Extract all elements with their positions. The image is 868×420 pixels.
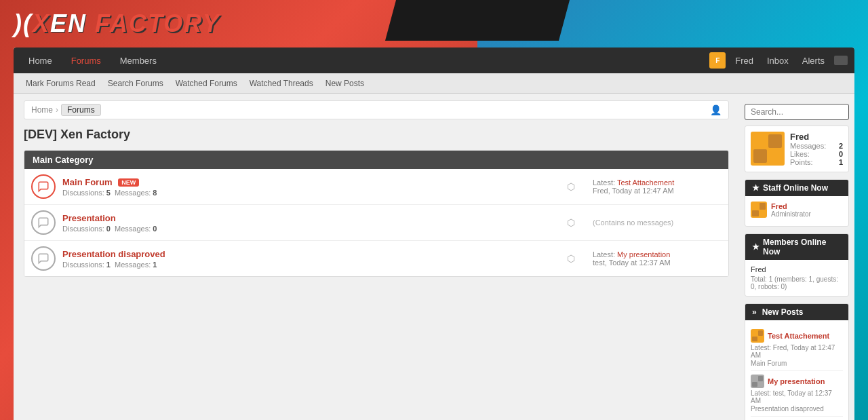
latest-time-disaproved: Today at 12:37 AM <box>609 259 671 267</box>
forum-info-main-forum: Main Forum NEW Discussions: 5 Messages: … <box>62 177 561 197</box>
top-nav-left: Home Forums Members <box>20 50 165 71</box>
user-name: Fred <box>790 132 843 142</box>
avatar-block <box>760 203 766 210</box>
breadcrumb-icon[interactable]: 👤 <box>710 104 722 115</box>
forum-stats-presentation: Discussions: 0 Messages: 0 <box>62 225 561 233</box>
logo-x: X <box>33 9 50 37</box>
chat-icon <box>37 252 50 265</box>
search-wrapper <box>745 100 849 126</box>
page-wrapper: )(Xen Factory Home Forums Members F Fred… <box>0 0 868 420</box>
forum-row: Presentation Discussions: 0 Messages: 0 … <box>24 205 728 241</box>
nav-camera-icon[interactable] <box>834 56 848 65</box>
ab <box>758 382 764 387</box>
post-meta: Latest: test, Today at 12:37 AM <box>751 389 843 404</box>
forum-category: Main Category Main Forum NEW <box>24 150 729 277</box>
forum-name-main-forum[interactable]: Main Forum <box>62 177 113 187</box>
nav-home[interactable]: Home <box>20 50 60 71</box>
sub-nav: Mark Forums Read Search Forums Watched F… <box>14 73 854 94</box>
breadcrumb-current: Forums <box>61 104 101 116</box>
post-title[interactable]: Test Attachement <box>768 332 829 340</box>
nav-members[interactable]: Members <box>112 50 165 71</box>
forum-name-disaproved[interactable]: Presentation disaproved <box>62 249 165 259</box>
latest-title-main-forum[interactable]: Test Attachement <box>617 178 674 187</box>
forum-icon-presentation <box>31 210 56 235</box>
messages-label: Messages: <box>790 142 826 150</box>
page-title: [DEV] Xen Factory <box>24 126 729 143</box>
forum-row: Main Forum NEW Discussions: 5 Messages: … <box>24 169 728 205</box>
user-details: Fred Messages: 2 Likes: 0 Points: <box>790 132 843 166</box>
user-stat-likes: Likes: 0 <box>790 150 843 158</box>
post-title[interactable]: My presentation <box>768 377 825 385</box>
staff-item: Fred Administrator <box>751 202 843 218</box>
points-value: 1 <box>839 158 843 166</box>
latest-title-disaproved[interactable]: My presentation <box>617 250 670 259</box>
forum-icon-disaproved <box>31 246 56 271</box>
redirect-icon-disaproved: ⬡ <box>567 253 580 264</box>
ab <box>758 337 764 342</box>
main-container: Home Forums Members F Fred Inbox Alerts … <box>14 47 854 420</box>
header: )(Xen Factory <box>0 0 868 47</box>
ab <box>752 376 757 381</box>
star-icon: ★ <box>752 242 760 252</box>
avatar-block <box>753 149 767 163</box>
content-area: Home › Forums 👤 [DEV] Xen Factory Main C… <box>14 94 854 420</box>
forum-name-presentation[interactable]: Presentation <box>62 213 116 223</box>
post-forum: Presentation disaproved <box>751 405 843 413</box>
staff-widget-title: Staff Online Now <box>763 183 828 193</box>
forum-info-disaproved: Presentation disaproved Discussions: 1 M… <box>62 249 561 269</box>
latest-user-main-forum: Fred <box>593 187 608 195</box>
breadcrumb: Home › Forums 👤 <box>24 100 729 119</box>
forum-stats-main-forum: Discussions: 5 Messages: 8 <box>62 189 561 197</box>
subnav-search-forums[interactable]: Search Forums <box>102 76 169 91</box>
subnav-new-posts[interactable]: New Posts <box>320 76 370 91</box>
logo-bracket: )( <box>14 9 33 37</box>
nav-forums[interactable]: Forums <box>63 50 109 71</box>
ab <box>758 330 764 336</box>
post-meta: Latest: Fred, Today at 12:47 AM <box>751 344 843 359</box>
nav-inbox[interactable]: Inbox <box>763 53 793 69</box>
subnav-mark-forums-read[interactable]: Mark Forums Read <box>20 76 101 91</box>
staff-widget: ★ Staff Online Now Fred <box>745 179 849 227</box>
latest-time-main-forum: Today at 12:47 AM <box>612 187 674 195</box>
staff-role: Administrator <box>771 210 811 218</box>
user-card: Fred Messages: 2 Likes: 0 Points: <box>745 126 849 172</box>
forum-latest-presentation: (Contains no messages) <box>586 218 722 227</box>
ab <box>752 382 757 387</box>
new-posts-header: New Posts <box>745 304 848 320</box>
logo-en: en <box>50 9 95 37</box>
search-input[interactable] <box>745 104 849 120</box>
new-post-header: Test Attachement <box>751 329 843 343</box>
avatar-block <box>752 203 759 210</box>
new-post-item: Test thread cover Latest: Fred, Yesterda… <box>751 417 843 420</box>
messages-count-disaproved: 1 <box>153 261 157 269</box>
avatar <box>751 132 785 166</box>
chat-icon <box>37 216 50 229</box>
logo: )(Xen Factory <box>14 9 220 38</box>
avatar-block <box>752 210 759 217</box>
members-widget-header: ★ Members Online Now <box>745 234 848 260</box>
user-card-header: Fred Messages: 2 Likes: 0 Points: <box>745 126 848 172</box>
ab <box>752 330 757 336</box>
breadcrumb-home[interactable]: Home <box>31 105 53 115</box>
members-widget: ★ Members Online Now Fred Total: 1 (memb… <box>745 233 849 297</box>
subnav-watched-threads[interactable]: Watched Threads <box>244 76 319 91</box>
discussions-count-presentation: 0 <box>106 225 111 233</box>
staff-avatar <box>751 202 767 218</box>
new-posts-title: New Posts <box>762 307 804 317</box>
staff-name[interactable]: Fred <box>771 202 811 210</box>
discussions-count-main-forum: 5 <box>106 189 111 197</box>
nav-username[interactable]: Fred <box>731 53 757 69</box>
star-icon: ★ <box>752 183 760 193</box>
new-badge-main-forum: NEW <box>118 178 139 187</box>
avatar-block <box>753 134 767 148</box>
subnav-watched-forums[interactable]: Watched Forums <box>170 76 243 91</box>
avatar-block <box>768 149 782 163</box>
points-label: Points: <box>790 158 813 166</box>
members-widget-body: Fred Total: 1 (members: 1, guests: 0, ro… <box>745 260 848 296</box>
forum-latest-main-forum: Latest: Test Attachement Fred, Today at … <box>586 178 722 195</box>
top-nav: Home Forums Members F Fred Inbox Alerts <box>14 47 854 73</box>
avatar-block <box>760 210 766 217</box>
nav-alerts[interactable]: Alerts <box>798 53 829 69</box>
ab <box>758 376 764 381</box>
post-forum: Main Forum <box>751 360 843 367</box>
